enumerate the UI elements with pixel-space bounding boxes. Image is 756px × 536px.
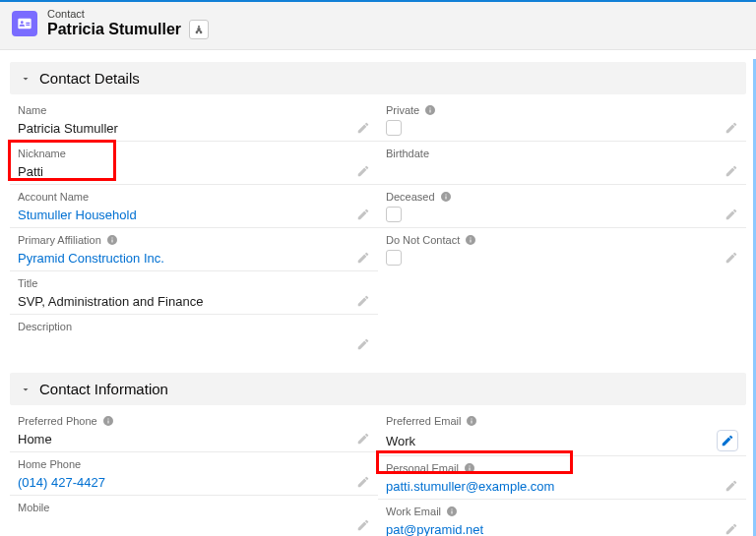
field-private: Private [378, 98, 746, 142]
field-label: Private [386, 104, 419, 116]
edit-icon[interactable] [356, 251, 370, 265]
section-title: Contact Details [39, 70, 140, 87]
edit-icon[interactable] [356, 475, 370, 489]
field-value: Patricia Stumuller [18, 121, 118, 136]
field-title: Title SVP, Administration and Finance [10, 271, 378, 315]
chevron-down-icon [20, 73, 32, 85]
field-nickname: Nickname Patti [10, 142, 378, 185]
info-icon[interactable] [102, 415, 114, 427]
edit-icon[interactable] [724, 164, 738, 178]
edit-icon[interactable] [356, 164, 370, 178]
phone-link[interactable]: (014) 427-4427 [18, 475, 105, 490]
field-label: Preferred Email [386, 415, 461, 427]
field-mobile: Mobile [10, 496, 378, 536]
field-label: Account Name [18, 191, 89, 203]
field-label: Preferred Phone [18, 415, 97, 427]
private-checkbox[interactable] [386, 120, 402, 136]
field-preferred-email: Preferred Email Work [378, 409, 746, 456]
field-label: Birthdate [386, 148, 429, 159]
info-icon[interactable] [446, 506, 458, 517]
field-label: Title [18, 277, 37, 289]
edit-icon[interactable] [356, 432, 370, 446]
deceased-checkbox[interactable] [386, 207, 402, 222]
account-link[interactable]: Stumuller Household [18, 208, 137, 222]
info-icon[interactable] [465, 234, 476, 246]
field-preferred-phone: Preferred Phone Home [10, 409, 378, 452]
section-title: Contact Information [39, 381, 168, 397]
field-name: Name Patricia Stumuller [10, 98, 378, 142]
dnc-checkbox[interactable] [386, 250, 402, 266]
field-value: Work [386, 434, 415, 448]
field-value: SVP, Administration and Finance [18, 294, 203, 309]
field-birthdate: Birthdate [378, 142, 746, 185]
section-contact-details[interactable]: Contact Details [10, 62, 746, 94]
edit-icon[interactable] [717, 430, 738, 451]
field-label: Name [18, 104, 46, 116]
edit-icon[interactable] [356, 121, 370, 135]
field-primary-affiliation: Primary Affiliation Pyramid Construction… [10, 228, 378, 271]
record-header: Contact Patricia Stumuller [0, 2, 756, 50]
field-label: Mobile [18, 502, 49, 513]
field-do-not-contact: Do Not Contact [378, 228, 746, 270]
record-page: Contact Patricia Stumuller Contact Detai… [0, 0, 756, 536]
contact-icon [12, 11, 37, 36]
chevron-down-icon [20, 384, 32, 395]
field-description: Description [10, 315, 378, 357]
info-icon[interactable] [464, 462, 475, 474]
field-label: Home Phone [18, 458, 81, 470]
field-label: Personal Email [386, 462, 459, 474]
field-label: Work Email [386, 506, 441, 517]
field-value: Patti [18, 164, 43, 179]
info-icon[interactable] [106, 234, 118, 246]
field-work-email: Work Email pat@pyramid.net [378, 500, 746, 536]
field-label: Nickname [18, 148, 66, 159]
hierarchy-button[interactable] [189, 20, 209, 39]
field-label: Description [18, 321, 72, 332]
field-label: Do Not Contact [386, 234, 460, 246]
edit-icon[interactable] [356, 337, 370, 351]
edit-icon[interactable] [356, 208, 370, 221]
field-label: Deceased [386, 191, 435, 203]
field-value: Home [18, 432, 52, 447]
edit-icon[interactable] [724, 251, 738, 265]
email-link[interactable]: patti.stumuller@example.com [386, 479, 554, 494]
object-label: Contact [47, 8, 209, 20]
info-icon[interactable] [424, 104, 436, 116]
edit-icon[interactable] [356, 518, 370, 532]
edit-icon[interactable] [724, 121, 738, 135]
edit-icon[interactable] [724, 479, 738, 493]
section-contact-information[interactable]: Contact Information [10, 373, 746, 405]
edit-icon[interactable] [724, 208, 738, 221]
field-label: Primary Affiliation [18, 234, 101, 246]
record-name: Patricia Stumuller [47, 21, 181, 38]
field-account-name: Account Name Stumuller Household [10, 185, 378, 228]
info-icon[interactable] [466, 415, 477, 427]
info-icon[interactable] [440, 191, 452, 203]
edit-icon[interactable] [356, 294, 370, 308]
edit-icon[interactable] [724, 522, 738, 536]
field-home-phone: Home Phone (014) 427-4427 [10, 452, 378, 496]
affiliation-link[interactable]: Pyramid Construction Inc. [18, 251, 164, 266]
field-deceased: Deceased [378, 185, 746, 228]
email-link[interactable]: pat@pyramid.net [386, 522, 483, 537]
field-personal-email: Personal Email patti.stumuller@example.c… [378, 456, 746, 500]
